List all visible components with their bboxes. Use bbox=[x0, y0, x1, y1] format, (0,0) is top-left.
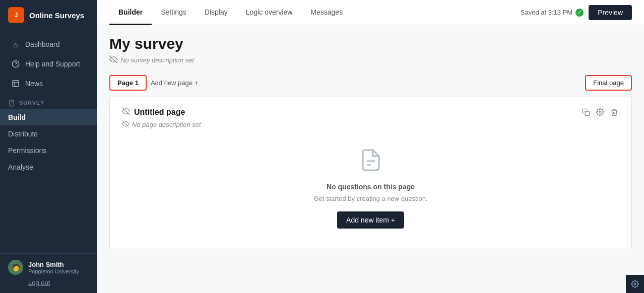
tab-bar: Builder Settings Display Logic overview … bbox=[97, 0, 644, 25]
tab-logic[interactable]: Logic overview bbox=[237, 0, 302, 25]
survey-desc-text: No survey description set bbox=[120, 56, 194, 64]
eye-off-icon bbox=[109, 55, 117, 65]
svg-point-13 bbox=[599, 111, 601, 113]
settings-page-button[interactable] bbox=[595, 107, 605, 119]
jisc-logo: J bbox=[8, 7, 24, 23]
permissions-label: Permissions bbox=[8, 146, 46, 155]
sidebar-item-label: News bbox=[25, 80, 43, 88]
distribute-label: Distribute bbox=[8, 130, 38, 138]
svg-rect-12 bbox=[585, 111, 590, 116]
sidebar-footer: 🧑 John Smith Poppleton University Log ou… bbox=[0, 253, 97, 293]
sidebar-item-build[interactable]: Build bbox=[0, 109, 97, 125]
sidebar-item-help[interactable]: Help and Support bbox=[3, 54, 94, 74]
page-box-title: Untitled page bbox=[122, 107, 581, 117]
user-info: 🧑 John Smith Poppleton University bbox=[8, 260, 89, 275]
app-name: Online Surveys bbox=[29, 11, 84, 20]
page-box-desc: No page description set bbox=[122, 120, 581, 129]
empty-sub: Get started by creating a new question. bbox=[313, 195, 427, 202]
sidebar-item-dashboard[interactable]: ⌂ Dashboard bbox=[3, 35, 94, 54]
delete-page-button[interactable] bbox=[609, 107, 619, 119]
empty-title: No questions on this page bbox=[327, 183, 415, 191]
sidebar-item-permissions[interactable]: Permissions bbox=[0, 142, 97, 159]
news-icon bbox=[11, 79, 20, 88]
logout-link[interactable]: Log out bbox=[28, 279, 50, 286]
sidebar-header: J Online Surveys bbox=[0, 0, 97, 30]
user-org: Poppleton University bbox=[28, 268, 79, 274]
page-desc-eye-icon bbox=[122, 120, 129, 129]
page1-tab[interactable]: Page 1 bbox=[109, 75, 147, 91]
sidebar-item-label: Help and Support bbox=[25, 60, 80, 68]
page-title-text: Untitled page bbox=[134, 108, 185, 117]
sidebar: J Online Surveys ⌂ Dashboard Help and Su… bbox=[0, 0, 97, 293]
tab-builder[interactable]: Builder bbox=[109, 0, 152, 25]
page-tabs-left: Page 1 Add new page + bbox=[109, 75, 198, 91]
user-details: John Smith Poppleton University bbox=[28, 261, 79, 274]
page-box: Untitled page No page description set bbox=[109, 97, 632, 249]
page-box-title-area: Untitled page No page description set bbox=[122, 107, 581, 129]
saved-status: Saved at 3:13 PM ✓ bbox=[521, 9, 584, 17]
user-name: John Smith bbox=[28, 261, 79, 268]
analyse-label: Analyse bbox=[8, 163, 33, 171]
preview-button[interactable]: Preview bbox=[589, 5, 632, 20]
tab-messages[interactable]: Messages bbox=[301, 0, 352, 25]
help-icon bbox=[11, 59, 20, 68]
home-icon: ⌂ bbox=[11, 40, 20, 49]
survey-section-label: SURVEY bbox=[0, 94, 97, 109]
sidebar-nav: ⌂ Dashboard Help and Support News bbox=[0, 30, 97, 253]
survey-title: My survey bbox=[109, 35, 632, 52]
final-page-button[interactable]: Final page bbox=[585, 75, 632, 91]
tab-settings[interactable]: Settings bbox=[152, 0, 196, 25]
tab-display[interactable]: Display bbox=[196, 0, 237, 25]
build-label: Build bbox=[8, 113, 26, 121]
main-content: Builder Settings Display Logic overview … bbox=[97, 0, 644, 293]
tab-actions: Saved at 3:13 PM ✓ Preview bbox=[521, 5, 632, 20]
page-eye-off-icon bbox=[122, 107, 130, 117]
avatar: 🧑 bbox=[8, 260, 23, 275]
bottom-gear-button[interactable] bbox=[626, 275, 644, 293]
page-box-header: Untitled page No page description set bbox=[122, 107, 619, 129]
add-page-button[interactable]: Add new page + bbox=[151, 79, 198, 87]
sidebar-item-label: Dashboard bbox=[25, 40, 60, 48]
tabs: Builder Settings Display Logic overview … bbox=[109, 0, 352, 25]
empty-state: No questions on this page Get started by… bbox=[122, 133, 619, 234]
content-area: My survey No survey description set Page… bbox=[97, 25, 644, 293]
empty-doc-icon bbox=[359, 148, 383, 177]
page-desc-text: No page description set bbox=[132, 121, 201, 128]
saved-text: Saved at 3:13 PM bbox=[521, 9, 572, 16]
copy-page-button[interactable] bbox=[581, 107, 591, 119]
page-box-actions bbox=[581, 107, 619, 119]
page-tab-bar: Page 1 Add new page + Final page bbox=[109, 75, 632, 91]
sidebar-item-analyse[interactable]: Analyse bbox=[0, 159, 97, 175]
check-icon: ✓ bbox=[575, 9, 584, 17]
sidebar-item-news[interactable]: News bbox=[3, 74, 94, 93]
add-new-item-button[interactable]: Add new item + bbox=[337, 211, 404, 229]
svg-rect-2 bbox=[13, 81, 19, 87]
survey-description: No survey description set bbox=[109, 55, 632, 65]
sidebar-item-distribute[interactable]: Distribute bbox=[0, 126, 97, 142]
svg-point-16 bbox=[634, 283, 636, 285]
